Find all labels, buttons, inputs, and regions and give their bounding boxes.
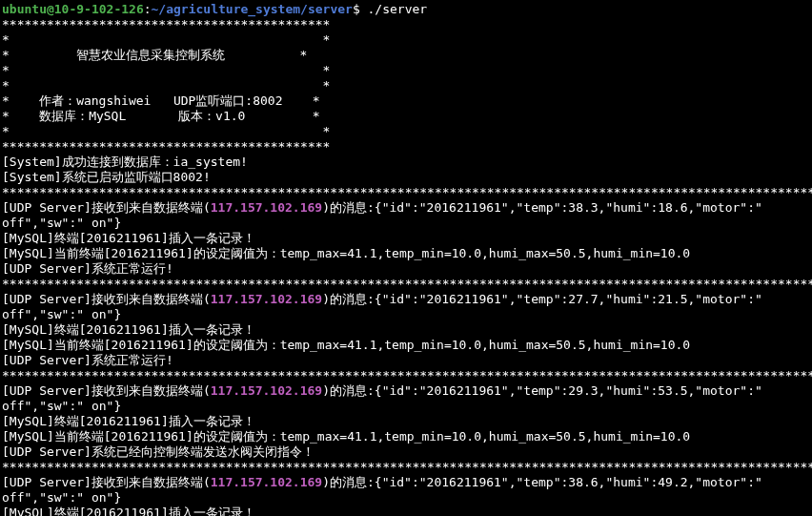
separator: ****************************************… xyxy=(2,368,812,382)
mysql-threshold-line: [MySQL]当前终端[2016211961]的设定阈值为：temp_max=4… xyxy=(2,429,690,444)
banner-border-bottom: ****************************************… xyxy=(2,139,330,154)
banner-row-db: * 数据库：MySQL 版本：v1.0 * xyxy=(2,109,320,123)
mysql-insert-line: [MySQL]终端[2016211961]插入一条记录！ xyxy=(2,506,255,516)
system-port-line: [System]系统已启动监听端口8002! xyxy=(2,170,211,184)
prompt-line[interactable]: ubuntu@10-9-102-126:~/agriculture_system… xyxy=(2,2,427,16)
mysql-insert-line: [MySQL]终端[2016211961]插入一条记录！ xyxy=(2,231,255,245)
mysql-threshold-line: [MySQL]当前终端[2016211961]的设定阈值为：temp_max=4… xyxy=(2,338,690,352)
separator: ****************************************… xyxy=(2,277,812,291)
prompt-at: @ xyxy=(47,2,54,16)
system-db-line: [System]成功连接到数据库：ia_system! xyxy=(2,155,248,169)
udp-recv-line: [UDP Server]接收到来自数据终端(117.157.102.169)的消… xyxy=(2,200,762,230)
banner-border-top: ****************************************… xyxy=(2,17,330,31)
separator: ****************************************… xyxy=(2,460,812,474)
prompt-path: ~/agriculture_system/server xyxy=(152,2,353,16)
separator: ****************************************… xyxy=(2,185,812,199)
prompt-dollar: $ xyxy=(353,2,368,16)
command-text: ./server xyxy=(368,2,428,16)
banner-author: 作者：wangshiwei UDP监听端口:8002 xyxy=(39,93,282,108)
prompt-colon: : xyxy=(144,2,152,16)
mysql-insert-line: [MySQL]终端[2016211961]插入一条记录！ xyxy=(2,322,255,337)
udp-recv-line: [UDP Server]接收到来自数据终端(117.157.102.169)的消… xyxy=(2,475,762,505)
banner-db: 数据库：MySQL 版本：v1.0 xyxy=(39,109,245,123)
banner-row-empty: * * xyxy=(2,124,330,138)
client-ip: 117.157.102.169 xyxy=(211,475,322,489)
banner-row-empty: * * xyxy=(2,32,330,47)
prompt-host: 10-9-102-126 xyxy=(54,2,144,16)
client-ip: 117.157.102.169 xyxy=(211,383,322,398)
udp-recv-line: [UDP Server]接收到来自数据终端(117.157.102.169)的消… xyxy=(2,292,762,321)
banner-row-author: * 作者：wangshiwei UDP监听端口:8002 * xyxy=(2,93,320,108)
mysql-threshold-line: [MySQL]当前终端[2016211961]的设定阈值为：temp_max=4… xyxy=(2,246,690,260)
udp-recv-line: [UDP Server]接收到来自数据终端(117.157.102.169)的消… xyxy=(2,383,762,413)
udp-valve-line: [UDP Server]系统已经向控制终端发送水阀关闭指令！ xyxy=(2,444,315,459)
udp-ok-line: [UDP Server]系统正常运行! xyxy=(2,353,173,367)
udp-ok-line: [UDP Server]系统正常运行! xyxy=(2,261,173,276)
terminal-output: ubuntu@10-9-102-126:~/agriculture_system… xyxy=(0,0,812,516)
banner-row-empty: * * xyxy=(2,63,330,77)
banner-title: 智慧农业信息采集控制系统 xyxy=(76,48,225,62)
prompt-user: ubuntu xyxy=(2,2,47,16)
banner-row-title: * 智慧农业信息采集控制系统 * xyxy=(2,48,307,62)
banner-row-empty: * * xyxy=(2,78,330,93)
mysql-insert-line: [MySQL]终端[2016211961]插入一条记录！ xyxy=(2,414,255,428)
client-ip: 117.157.102.169 xyxy=(211,200,322,215)
client-ip: 117.157.102.169 xyxy=(211,292,322,306)
